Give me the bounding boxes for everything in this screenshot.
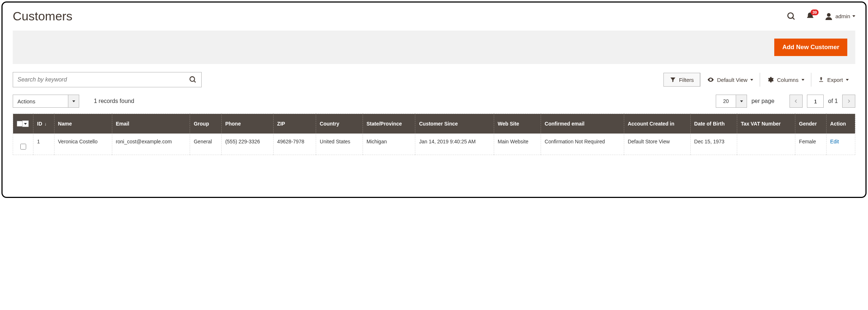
next-page-button[interactable] — [842, 95, 855, 108]
filters-button[interactable]: Filters — [663, 73, 700, 87]
cell-state: Michigan — [363, 134, 415, 155]
caret-down-icon — [72, 100, 75, 102]
col-phone[interactable]: Phone — [221, 114, 273, 134]
export-label: Export — [827, 77, 843, 83]
export-button[interactable]: Export — [811, 73, 855, 87]
caret-down-icon — [24, 123, 27, 125]
notification-count-badge: 39 — [811, 9, 819, 15]
mass-actions-toggle[interactable] — [68, 95, 79, 108]
caret-down-icon — [846, 79, 849, 81]
table-row[interactable]: 1 Veronica Costello roni_cost@example.co… — [13, 134, 855, 155]
cell-zip: 49628-7978 — [273, 134, 316, 155]
mass-actions-dropdown[interactable]: Actions — [13, 95, 79, 108]
cell-id: 1 — [33, 134, 54, 155]
user-menu[interactable]: admin — [824, 12, 855, 21]
row-checkbox[interactable] — [20, 144, 26, 150]
col-state[interactable]: State/Province — [363, 114, 415, 134]
caret-down-icon — [750, 79, 753, 81]
col-website[interactable]: Web Site — [494, 114, 541, 134]
default-view-button[interactable]: Default View — [700, 73, 760, 87]
col-gender[interactable]: Gender — [795, 114, 827, 134]
customers-grid: ID↓ Name Email Group Phone ZIP Country S… — [13, 114, 855, 155]
per-page-select[interactable]: 20 — [716, 95, 747, 108]
cell-gender: Female — [795, 134, 827, 155]
records-found-label: 1 records found — [94, 98, 134, 104]
col-action[interactable]: Action — [826, 114, 855, 134]
svg-point-2 — [827, 13, 831, 17]
col-created-in[interactable]: Account Created in — [624, 114, 690, 134]
global-search-button[interactable] — [787, 12, 796, 21]
primary-action-bar: Add New Customer — [13, 31, 855, 64]
page-title: Customers — [13, 9, 72, 23]
select-all-checkbox[interactable] — [17, 121, 23, 127]
cell-country: United States — [316, 134, 363, 155]
export-icon — [818, 76, 824, 83]
chevron-left-icon — [794, 99, 798, 103]
prev-page-button[interactable] — [790, 95, 803, 108]
cell-tax-vat — [737, 134, 795, 155]
columns-label: Columns — [777, 77, 798, 83]
cell-dob: Dec 15, 1973 — [690, 134, 737, 155]
search-icon — [189, 76, 197, 84]
add-new-customer-button[interactable]: Add New Customer — [774, 39, 847, 56]
edit-link[interactable]: Edit — [830, 139, 839, 144]
col-name[interactable]: Name — [54, 114, 112, 134]
caret-down-icon — [802, 79, 804, 81]
per-page-label: per page — [751, 98, 774, 104]
col-email[interactable]: Email — [112, 114, 190, 134]
cell-phone: (555) 229-3326 — [221, 134, 273, 155]
columns-button[interactable]: Columns — [760, 73, 811, 87]
select-all-options[interactable] — [22, 120, 29, 127]
col-tax-vat[interactable]: Tax VAT Number — [737, 114, 795, 134]
eye-icon — [707, 76, 714, 83]
page-number-input[interactable] — [807, 95, 824, 108]
per-page-value: 20 — [716, 95, 736, 108]
svg-point-0 — [788, 13, 793, 18]
cell-name: Veronica Costello — [54, 134, 112, 155]
col-confirmed[interactable]: Confirmed email — [541, 114, 624, 134]
caret-down-icon — [740, 100, 743, 102]
sort-descending-icon: ↓ — [44, 122, 47, 127]
cell-confirmed: Confirmation Not Required — [541, 134, 624, 155]
caret-down-icon — [852, 15, 855, 17]
cell-created-in: Default Store View — [624, 134, 690, 155]
cell-group: General — [190, 134, 222, 155]
keyword-search-input[interactable] — [13, 76, 185, 83]
col-group[interactable]: Group — [190, 114, 222, 134]
col-since[interactable]: Customer Since — [415, 114, 494, 134]
chevron-right-icon — [847, 99, 851, 103]
keyword-search-submit[interactable] — [185, 76, 201, 84]
search-icon — [787, 12, 796, 21]
svg-line-4 — [194, 81, 196, 83]
page-of-label: of 1 — [828, 98, 838, 104]
cell-since: Jan 14, 2019 9:40:25 AM — [415, 134, 494, 155]
svg-point-3 — [190, 77, 195, 82]
col-dob[interactable]: Date of Birth — [690, 114, 737, 134]
user-icon — [824, 12, 833, 21]
per-page-toggle[interactable] — [736, 95, 747, 108]
gear-icon — [767, 76, 774, 83]
filters-label: Filters — [679, 77, 694, 83]
default-view-label: Default View — [717, 77, 748, 83]
svg-line-1 — [792, 17, 794, 19]
col-id[interactable]: ID↓ — [33, 114, 54, 134]
col-country[interactable]: Country — [316, 114, 363, 134]
mass-actions-label: Actions — [13, 95, 68, 108]
col-zip[interactable]: ZIP — [273, 114, 316, 134]
cell-website: Main Website — [494, 134, 541, 155]
cell-email: roni_cost@example.com — [112, 134, 190, 155]
keyword-search — [13, 72, 202, 87]
user-name: admin — [835, 13, 850, 19]
funnel-icon — [670, 76, 676, 83]
